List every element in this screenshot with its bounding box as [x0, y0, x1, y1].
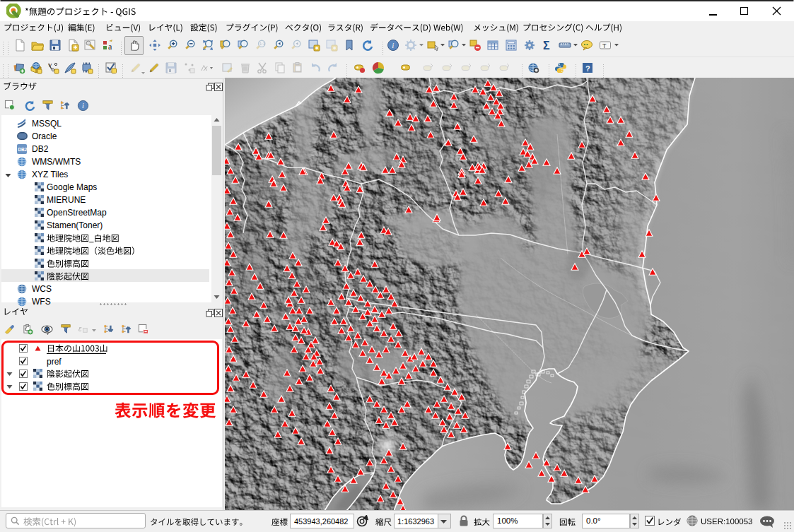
svg-text:ε: ε — [78, 325, 82, 333]
svg-text:V: V — [48, 62, 52, 69]
svg-text:i: i — [392, 41, 394, 49]
svg-text:i: i — [82, 102, 84, 110]
svg-text:Σ: Σ — [543, 40, 550, 52]
svg-text:a: a — [108, 42, 112, 52]
svg-text:T: T — [602, 42, 607, 49]
svg-text:?: ? — [585, 64, 590, 73]
svg-text:/x: /x — [201, 64, 208, 72]
svg-text:DB2: DB2 — [18, 147, 27, 152]
svg-text:1:1: 1:1 — [259, 42, 265, 46]
